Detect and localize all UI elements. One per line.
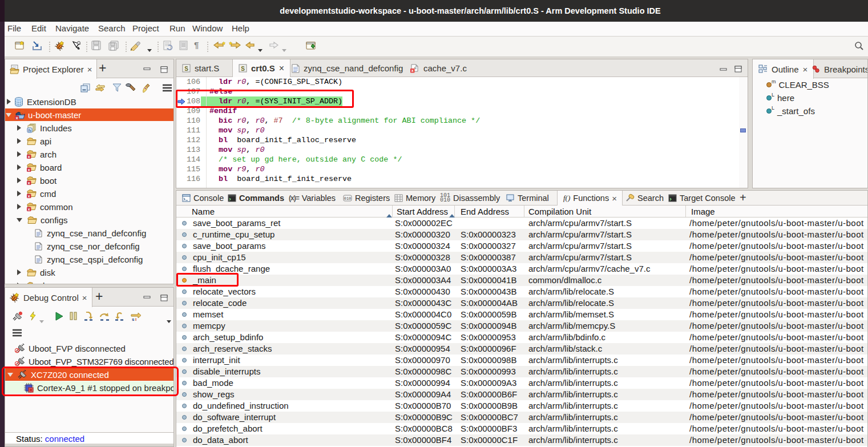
svg-text:S: S xyxy=(184,66,188,72)
svg-text:x: x xyxy=(411,69,414,73)
svg-text:010: 010 xyxy=(344,196,352,201)
svg-text:C: C xyxy=(20,110,25,116)
svg-text:c: c xyxy=(414,65,417,70)
svg-text:S: S xyxy=(241,66,245,72)
svg-text:h: h xyxy=(29,127,31,132)
